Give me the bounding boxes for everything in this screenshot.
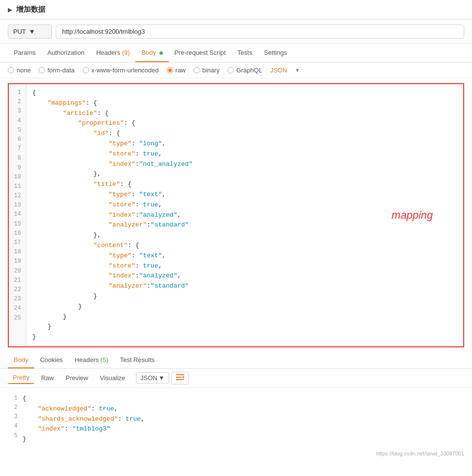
resp-line-numbers: 12345 <box>8 390 22 449</box>
expand-arrow-icon[interactable]: ▶ <box>8 6 12 13</box>
resp-format-select[interactable]: JSON ▼ <box>136 372 169 384</box>
top-bar: ▶ 增加数据 <box>0 0 472 20</box>
resp-code-body: { "acknowledged": true, "shards_acknowle… <box>22 390 145 449</box>
tab-authorization[interactable]: Authorization <box>42 44 90 62</box>
code-body[interactable]: { "mappings": { "article": { "properties… <box>26 84 463 346</box>
json-format-label[interactable]: JSON <box>270 67 287 74</box>
request-tabs-bar: Params Authorization Headers (9) Body Pr… <box>0 44 472 63</box>
resp-tab-cookies[interactable]: Cookies <box>34 352 69 368</box>
method-select[interactable]: PUT ▼ <box>8 24 52 39</box>
option-none[interactable]: none <box>8 67 31 74</box>
option-x-www-form-urlencoded[interactable]: x-www-form-urlencoded <box>83 67 159 74</box>
response-tabs-bar: Body Cookies Headers (5) Test Results <box>0 352 472 369</box>
tab-tests[interactable]: Tests <box>231 44 258 62</box>
resp-visualize-btn[interactable]: Visualize <box>95 372 130 384</box>
option-binary[interactable]: binary <box>194 67 220 74</box>
body-options-bar: none form-data x-www-form-urlencoded raw… <box>0 63 472 78</box>
resp-headers-badge: (5) <box>100 356 108 363</box>
url-input[interactable] <box>56 24 464 39</box>
page-title: 增加数据 <box>16 5 45 14</box>
url-bar: PUT ▼ <box>0 20 472 44</box>
editor-container: 12345 678910 1112131415 1617181920 21222… <box>0 83 472 347</box>
radio-x-www-form-urlencoded[interactable] <box>83 67 89 73</box>
resp-toolbar: Pretty Raw Preview Visualize JSON ▼ <box>0 369 472 388</box>
radio-binary[interactable] <box>194 67 200 73</box>
resp-raw-btn[interactable]: Raw <box>36 372 59 384</box>
option-raw[interactable]: raw <box>167 67 186 74</box>
method-dropdown-arrow: ▼ <box>29 28 35 35</box>
resp-tab-body[interactable]: Body <box>8 352 34 368</box>
body-active-dot <box>159 51 163 55</box>
resp-format-label: JSON <box>140 374 157 382</box>
radio-none[interactable] <box>8 67 14 73</box>
footer: https://blog.csdn.net/sinat_33087001 <box>0 449 472 458</box>
resp-wrap-icon[interactable] <box>171 372 189 385</box>
method-label: PUT <box>13 28 26 35</box>
tab-settings[interactable]: Settings <box>258 44 293 62</box>
resp-format-arrow: ▼ <box>158 374 165 382</box>
footer-url: https://blog.csdn.net/sinat_33087001 <box>376 451 464 456</box>
radio-graphql[interactable] <box>227 67 234 73</box>
line-numbers: 12345 678910 1112131415 1617181920 21222… <box>9 84 26 346</box>
radio-raw[interactable] <box>167 67 173 73</box>
tab-pre-request-script[interactable]: Pre-request Script <box>169 44 232 62</box>
option-form-data[interactable]: form-data <box>39 67 75 74</box>
radio-form-data[interactable] <box>39 67 45 73</box>
option-graphql[interactable]: GraphQL <box>227 67 262 74</box>
tab-body[interactable]: Body <box>135 44 168 62</box>
resp-preview-btn[interactable]: Preview <box>61 372 93 384</box>
resp-pretty-btn[interactable]: Pretty <box>8 372 34 384</box>
tab-headers[interactable]: Headers (9) <box>90 44 136 62</box>
response-code-editor[interactable]: 12345 { "acknowledged": true, "shards_ac… <box>8 390 472 449</box>
json-format-arrow[interactable]: ▼ <box>295 68 300 73</box>
resp-tab-test-results[interactable]: Test Results <box>114 352 160 368</box>
tab-params[interactable]: Params <box>8 44 42 62</box>
resp-tab-headers[interactable]: Headers (5) <box>69 352 114 368</box>
headers-badge: (9) <box>122 49 130 56</box>
code-editor[interactable]: 12345 678910 1112131415 1617181920 21222… <box>8 83 464 347</box>
response-section: Body Cookies Headers (5) Test Results Pr… <box>0 352 472 449</box>
